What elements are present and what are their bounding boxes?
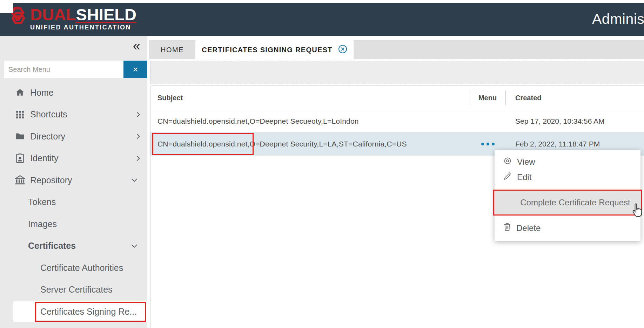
sidebar-item-label: Certificate Authorities	[40, 263, 123, 273]
sidebar-item-shortcuts[interactable]: Shortcuts	[0, 104, 147, 126]
window-top-strip	[0, 0, 644, 3]
row-context-menu: View Edit Complete Certificate Request D…	[495, 150, 640, 241]
menu-divider	[495, 188, 640, 188]
cell-subject: CN=dualshield.opensid.net,O=Deepnet Secu…	[157, 132, 407, 156]
logo-wordmark: DUALSHIELD	[30, 6, 136, 23]
home-icon	[15, 87, 25, 98]
sidebar: « × Home Shortcuts	[0, 36, 147, 328]
id-card-icon	[15, 153, 25, 164]
dualshield-logo: DUALSHIELD UNIFIED AUTHENTICATION	[8, 6, 136, 31]
admin-account-label: Adminis	[592, 11, 644, 27]
column-divider	[505, 90, 506, 105]
tab-toolbar	[150, 61, 644, 84]
sidebar-item-tokens[interactable]: Tokens	[0, 191, 147, 213]
menu-item-complete-certificate-request[interactable]: Complete Certificate Request	[495, 191, 640, 214]
menu-item-edit[interactable]: Edit	[495, 170, 640, 185]
column-header-subject[interactable]: Subject	[157, 86, 183, 110]
sidebar-item-certificates-signing-requests[interactable]: Certificates Signing Re...	[13, 301, 147, 322]
column-header-menu[interactable]: Menu	[470, 86, 505, 110]
menu-item-view[interactable]: View	[495, 154, 640, 170]
menu-divider	[495, 217, 640, 217]
sidebar-item-label: Tokens	[28, 197, 56, 207]
sidebar-item-directory[interactable]: Directory	[0, 125, 147, 148]
bank-icon	[15, 175, 25, 185]
folder-icon	[15, 131, 25, 142]
sidebar-search: ×	[0, 61, 147, 78]
grid-icon	[15, 109, 25, 120]
sidebar-item-label: Directory	[30, 131, 65, 142]
tab-certificates-signing-request[interactable]: CERTIFICATES SIGNING REQUEST	[195, 40, 354, 59]
sidebar-item-label: Repository	[30, 175, 72, 185]
logo-tagline: UNIFIED AUTHENTICATION	[30, 24, 136, 31]
sidebar-item-server-certificates[interactable]: Server Certificates	[0, 279, 147, 301]
pencil-icon	[503, 172, 512, 183]
table-row[interactable]: CN=dualshield.opensid.net,O=Deepnet Secu…	[150, 110, 644, 132]
window-corner	[0, 0, 13, 13]
sidebar-item-label: Certificates Signing Re...	[40, 307, 137, 317]
search-clear-button[interactable]: ×	[123, 61, 147, 78]
table-header-row: Subject Menu Created	[150, 86, 644, 110]
cell-subject: CN=dualshield.opensid.net,O=Deepnet Secu…	[157, 110, 359, 132]
sidebar-item-home[interactable]: Home	[0, 82, 147, 104]
sidebar-item-label: Server Certificates	[40, 285, 113, 295]
sidebar-item-label: Images	[28, 219, 57, 229]
close-icon: ×	[133, 64, 138, 75]
tab-home[interactable]: HOME	[149, 40, 195, 59]
sidebar-item-certificate-authorities[interactable]: Certificate Authorities	[0, 257, 147, 279]
circle-x-icon[interactable]	[338, 45, 347, 55]
chevron-down-icon	[130, 176, 138, 184]
sidebar-item-label: Identity	[30, 153, 59, 163]
app-header: DUALSHIELD UNIFIED AUTHENTICATION Admini…	[0, 3, 644, 36]
chevron-right-icon	[135, 133, 142, 140]
sidebar-item-images[interactable]: Images	[0, 213, 147, 235]
sidebar-nav: Home Shortcuts Directory	[0, 82, 147, 322]
sidebar-item-label: Shortcuts	[30, 109, 67, 119]
cell-created: Sep 17, 2020, 10:34:56 AM	[515, 110, 605, 132]
column-header-created[interactable]: Created	[515, 86, 541, 110]
sidebar-item-identity[interactable]: Identity	[0, 148, 147, 170]
page: { "header": { "brand": { "word_red": "DU…	[0, 0, 644, 328]
sidebar-collapse-icon[interactable]: «	[133, 39, 140, 53]
chevron-right-icon	[135, 155, 142, 162]
search-input[interactable]	[4, 61, 123, 78]
chevron-right-icon	[135, 111, 142, 118]
sidebar-item-label: Certificates	[28, 241, 76, 251]
trash-icon	[503, 223, 511, 234]
ellipsis-icon[interactable]	[481, 132, 495, 156]
sidebar-item-label: Home	[30, 88, 54, 98]
hand-cursor	[631, 203, 644, 219]
chevron-down-icon	[130, 242, 138, 250]
eye-icon	[503, 156, 512, 168]
menu-item-delete[interactable]: Delete	[495, 220, 640, 236]
sidebar-item-certificates[interactable]: Certificates	[0, 235, 147, 257]
logo-underline	[75, 22, 136, 23]
sidebar-item-repository[interactable]: Repository	[0, 169, 147, 191]
